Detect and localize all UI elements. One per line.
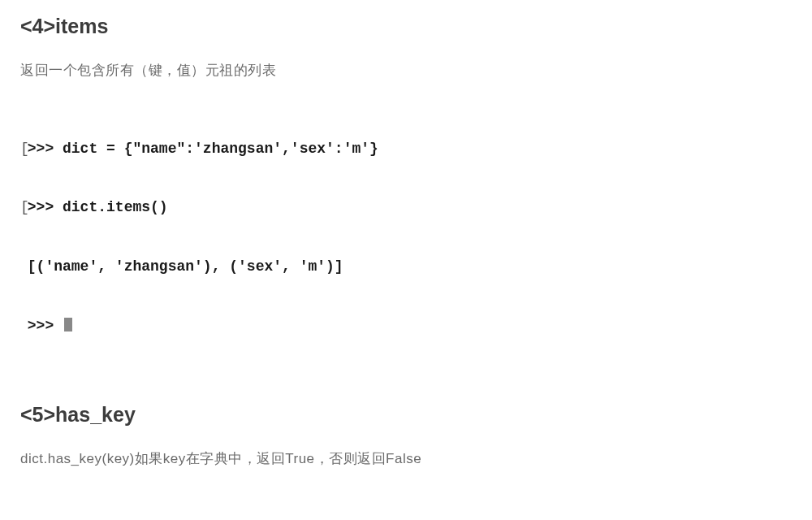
code-text: >>> dict = {"name":'zhangsan','sex':'m'}	[28, 141, 378, 157]
code-line: [('name', 'zhangsan'), ('sex', 'm')]	[20, 257, 792, 276]
code-text: [('name', 'zhangsan'), ('sex', 'm')]	[28, 258, 343, 275]
code-line: [>>> dict.items()	[20, 197, 792, 217]
code-text: >>>	[28, 318, 63, 334]
section-heading-items: <4>items	[20, 15, 792, 38]
cursor-icon	[64, 318, 72, 332]
code-block-haskey: [>>> dict = {"name":'zhangsan','sex':'m'…	[20, 488, 792, 520]
code-line: [>>> dict = {"name":'zhangsan','sex':'m'…	[20, 139, 792, 158]
code-text: >>> dict.items()	[28, 199, 168, 215]
section-description-haskey: dict.has_key(key)如果key在字典中，返回True，否则返回Fa…	[20, 449, 792, 468]
section-description-items: 返回一个包含所有（键，值）元祖的列表	[20, 61, 792, 80]
code-line: >>>	[20, 316, 792, 336]
section-heading-haskey: <5>has_key	[20, 403, 792, 427]
code-block-items: [>>> dict = {"name":'zhangsan','sex':'m'…	[20, 99, 792, 356]
